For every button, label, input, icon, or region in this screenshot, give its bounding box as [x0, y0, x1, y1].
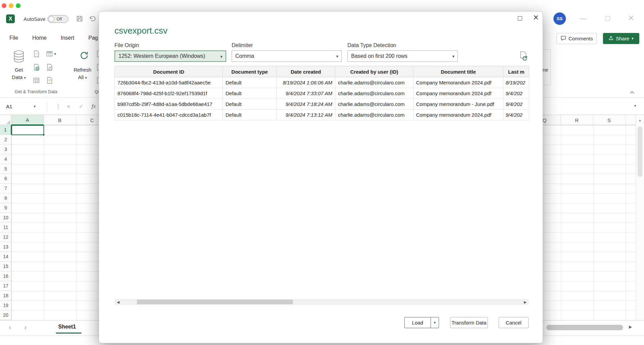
chevron-down-icon[interactable]: ▾ — [34, 104, 36, 109]
transform-data-button[interactable]: Transform Data — [450, 317, 488, 328]
dots-handle-icon[interactable]: ⋮ — [55, 103, 61, 110]
chevron-down-icon[interactable]: ▾ — [54, 52, 56, 56]
refresh-preview-icon[interactable] — [519, 51, 528, 62]
active-cell-selection[interactable] — [11, 125, 44, 135]
row-header-9[interactable]: 9 — [0, 203, 11, 213]
row-header-19[interactable]: 19 — [0, 301, 11, 310]
recent-sources-icon[interactable] — [46, 50, 53, 59]
select-all-corner[interactable] — [0, 115, 11, 125]
sheet-prev-icon[interactable]: ‹ — [9, 323, 11, 331]
column-header-a[interactable]: A — [11, 115, 44, 125]
sheet-next-icon[interactable]: › — [24, 323, 27, 331]
row-header-17[interactable]: 17 — [0, 281, 11, 291]
get-data-button[interactable]: Get — [7, 67, 31, 73]
chevron-down-icon: ▾ — [220, 54, 223, 59]
file-origin-select[interactable]: 1252: Western European (Windows) ▾ — [114, 50, 226, 62]
delimiter-label: Delimiter — [232, 42, 253, 48]
dialog-maximize-icon[interactable] — [515, 13, 524, 23]
preview-header-row: Document IDDocument typeDate createdCrea… — [115, 66, 529, 77]
horizontal-scroll-thumb[interactable] — [546, 325, 623, 330]
recent-file-clock-icon[interactable] — [46, 64, 53, 72]
delimiter-select[interactable]: Comma ▾ — [232, 50, 342, 62]
column-header-s[interactable]: S — [593, 115, 625, 125]
avatar[interactable]: SS — [553, 12, 566, 25]
fill-handle[interactable] — [42, 133, 45, 136]
autosave-toggle[interactable]: Off — [47, 15, 68, 23]
name-box[interactable]: A1 ▾ — [3, 101, 47, 112]
preview-hscroll-thumb[interactable] — [137, 300, 293, 304]
cancel-button[interactable]: Cancel — [499, 317, 529, 328]
row-header-18[interactable]: 18 — [0, 291, 11, 301]
window-restore-icon[interactable]: □ — [605, 13, 610, 23]
save-icon[interactable] — [76, 15, 83, 22]
tab-home[interactable]: Home — [32, 35, 47, 41]
vertical-scrollbar[interactable]: ▲ — [636, 115, 644, 320]
column-header-b[interactable]: B — [44, 115, 76, 125]
refresh-all-icon[interactable] — [79, 51, 89, 62]
row-header-14[interactable]: 14 — [0, 252, 11, 262]
preview-cell: 9/4/202 — [504, 110, 529, 120]
scroll-left-icon[interactable]: ◀ — [114, 299, 122, 305]
preview-column-header-0[interactable]: Document ID — [115, 66, 223, 77]
tab-pag[interactable]: Pag — [88, 35, 98, 41]
preview-column-header-3[interactable]: Created by user (ID) — [335, 66, 413, 77]
row-header-7[interactable]: 7 — [0, 184, 11, 193]
vertical-scroll-thumb[interactable] — [638, 126, 642, 177]
formula-bar-expand-icon[interactable]: ▾ — [634, 104, 636, 108]
tab-file[interactable]: File — [9, 35, 18, 41]
column-header-r[interactable]: R — [561, 115, 593, 125]
row-header-10[interactable]: 10 — [0, 213, 11, 223]
preview-column-header-5[interactable]: Last m — [504, 66, 529, 77]
from-web-icon[interactable] — [33, 64, 40, 72]
row-header-1[interactable]: 1 — [0, 125, 11, 135]
preview-column-header-1[interactable]: Document type — [223, 66, 277, 77]
mac-close-button[interactable] — [2, 3, 6, 8]
row-header-4[interactable]: 4 — [0, 154, 11, 164]
undo-icon[interactable] — [89, 15, 96, 22]
scroll-right-icon[interactable]: ▶ — [521, 299, 529, 305]
row-header-8[interactable]: 8 — [0, 193, 11, 203]
row-header-11[interactable]: 11 — [0, 223, 11, 232]
chevron-down-icon: ▾ — [452, 54, 454, 59]
row-header-13[interactable]: 13 — [0, 242, 11, 252]
preview-hscroll-track[interactable] — [122, 299, 521, 305]
row-header-2[interactable]: 2 — [0, 135, 11, 145]
window-minimize-icon[interactable]: — — [580, 14, 587, 23]
from-text-icon[interactable] — [33, 50, 40, 59]
clipboard-doc-icon[interactable] — [46, 77, 53, 85]
share-button[interactable]: Share ▾ — [603, 33, 639, 44]
preview-column-header-2[interactable]: Date created — [277, 66, 335, 77]
load-split-chevron[interactable]: ▾ — [431, 317, 439, 328]
sheet-tab-sheet1[interactable]: Sheet1 — [58, 324, 76, 330]
comments-button[interactable]: Comments — [556, 33, 597, 44]
preview-column-header-4[interactable]: Document title — [413, 66, 504, 77]
mac-zoom-button[interactable] — [16, 3, 21, 8]
refresh-all-button-line2[interactable]: All ▾ — [69, 74, 96, 80]
mac-minimize-button[interactable] — [9, 3, 13, 8]
preview-cell: 8/19/202 — [504, 77, 529, 88]
detection-select[interactable]: Based on first 200 rows ▾ — [347, 50, 458, 62]
from-table-icon[interactable] — [33, 77, 40, 85]
chevron-down-icon: ▾ — [24, 76, 26, 80]
row-header-20[interactable]: 20 — [0, 310, 11, 320]
window-close-icon[interactable]: × — [628, 12, 634, 24]
load-button[interactable]: Load — [404, 317, 431, 328]
scroll-up-icon[interactable]: ▲ — [636, 118, 644, 122]
row-header-16[interactable]: 16 — [0, 271, 11, 281]
get-data-button-line2[interactable]: Data ▾ — [7, 74, 31, 80]
get-data-database-icon[interactable] — [12, 49, 26, 66]
row-header-6[interactable]: 6 — [0, 174, 11, 184]
preview-hscrollbar[interactable]: ◀ ▶ — [114, 299, 529, 305]
collapse-ribbon-icon[interactable] — [630, 89, 635, 95]
row-header-3[interactable]: 3 — [0, 145, 11, 154]
row-header-15[interactable]: 15 — [0, 262, 11, 271]
dialog-close-icon[interactable]: × — [531, 13, 541, 22]
refresh-all-button[interactable]: Refresh — [69, 67, 96, 73]
tab-insert[interactable]: Insert — [61, 35, 74, 41]
insert-function-icon[interactable]: fx — [92, 103, 96, 110]
row-header-12[interactable]: 12 — [0, 232, 11, 242]
row-header-5[interactable]: 5 — [0, 164, 11, 174]
cancel-entry-icon[interactable]: × — [67, 103, 70, 110]
scroll-right-icon[interactable]: ▶ — [629, 324, 632, 329]
confirm-entry-icon[interactable]: ✓ — [79, 103, 83, 110]
